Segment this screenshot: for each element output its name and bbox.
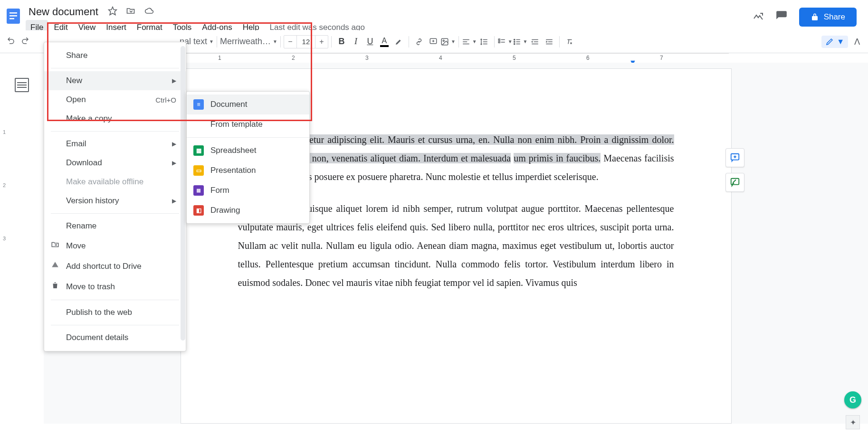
text-color-button[interactable]: A	[377, 35, 391, 49]
document-outline-button[interactable]	[15, 78, 29, 92]
new-submenu: ≡ Document From template ▦ Spreadsheet ▭…	[186, 91, 310, 224]
drawings-file-icon: ◧	[193, 205, 204, 216]
svg-rect-35	[731, 179, 739, 185]
activity-icon[interactable]	[753, 10, 764, 24]
file-move[interactable]: Move	[44, 236, 186, 256]
file-details[interactable]: Document details	[44, 328, 186, 347]
menu-scrollbar[interactable]	[181, 46, 185, 341]
app-header: New document File Edit View Insert Forma…	[0, 0, 868, 30]
document-title[interactable]: New document	[26, 5, 101, 19]
checklist-button[interactable]: ▼	[497, 35, 513, 49]
insert-image-button[interactable]: ▼	[440, 35, 456, 49]
new-document[interactable]: ≡ Document	[187, 95, 309, 114]
font-family-dropdown[interactable]: Merriweath…▼	[220, 35, 277, 49]
file-download[interactable]: Download▶	[44, 153, 186, 172]
docs-file-icon: ≡	[193, 99, 204, 110]
vertical-ruler: 1 2 3	[0, 63, 10, 424]
svg-marker-4	[108, 7, 116, 15]
redo-button[interactable]	[18, 35, 32, 49]
forms-file-icon: ≣	[193, 185, 204, 196]
file-make-copy[interactable]: Make a copy	[44, 109, 186, 128]
undo-button[interactable]	[4, 35, 18, 49]
svg-point-24	[514, 43, 515, 44]
svg-rect-3	[10, 18, 14, 19]
collapse-toolbar-button[interactable]: ᐱ	[850, 35, 864, 49]
grammarly-badge-icon[interactable]: G	[844, 391, 861, 408]
font-size-value[interactable]: 12	[296, 36, 315, 48]
editing-mode-button[interactable]: ▼	[821, 36, 848, 48]
file-new[interactable]: New▶	[44, 71, 186, 90]
font-size-increase[interactable]: +	[315, 36, 328, 48]
bold-button[interactable]: B	[334, 35, 349, 49]
file-publish[interactable]: Publish to the web	[44, 303, 186, 322]
slides-file-icon: ▭	[193, 165, 204, 176]
trash-icon	[51, 281, 60, 292]
add-comment-button[interactable]	[426, 35, 440, 49]
file-add-shortcut[interactable]: Add shortcut to Drive	[44, 256, 186, 276]
insert-link-button[interactable]	[412, 35, 426, 49]
share-label: Share	[824, 12, 845, 22]
svg-rect-16	[498, 39, 500, 40]
file-trash[interactable]: Move to trash	[44, 276, 186, 297]
file-email[interactable]: Email▶	[44, 134, 186, 153]
file-version-history[interactable]: Version history▶	[44, 191, 186, 210]
increase-indent-button[interactable]	[542, 35, 556, 49]
drive-shortcut-icon	[51, 261, 60, 272]
comments-icon[interactable]	[775, 10, 788, 24]
file-share[interactable]: Share	[44, 46, 186, 65]
folder-move-icon	[51, 240, 60, 251]
file-menu-dropdown: Share New▶ OpenCtrl+O Make a copy Email▶…	[44, 42, 186, 351]
svg-rect-18	[498, 41, 500, 43]
font-size-control: − 12 +	[284, 35, 328, 48]
docs-logo-icon[interactable]	[4, 7, 23, 26]
move-folder-icon[interactable]	[126, 6, 135, 18]
file-offline: Make available offline	[44, 172, 186, 191]
file-rename[interactable]: Rename	[44, 217, 186, 236]
highlight-button[interactable]	[391, 35, 406, 49]
svg-rect-1	[10, 12, 17, 14]
new-from-template[interactable]: From template	[187, 114, 309, 134]
line-spacing-button[interactable]	[477, 35, 491, 49]
italic-button[interactable]: I	[349, 35, 363, 49]
svg-point-9	[443, 40, 444, 41]
svg-point-20	[514, 39, 515, 40]
new-drawing[interactable]: ◧ Drawing	[187, 200, 309, 220]
add-comment-side-button[interactable]	[725, 148, 744, 167]
new-presentation[interactable]: ▭ Presentation	[187, 161, 309, 180]
star-icon[interactable]	[108, 6, 117, 18]
cloud-status-icon[interactable]	[144, 6, 154, 18]
pen-icon	[825, 38, 834, 46]
svg-point-22	[514, 41, 515, 42]
underline-button[interactable]: U	[363, 35, 377, 49]
sheets-file-icon: ▦	[193, 145, 204, 156]
suggest-edits-side-button[interactable]	[725, 173, 744, 192]
share-button[interactable]: Share	[799, 8, 857, 27]
new-form[interactable]: ≣ Form	[187, 180, 309, 200]
align-button[interactable]: ▼	[462, 35, 477, 49]
file-open[interactable]: OpenCtrl+O	[44, 90, 186, 109]
explore-button[interactable]: ✦	[846, 415, 860, 429]
bulleted-list-button[interactable]: ▼	[513, 35, 528, 49]
decrease-indent-button[interactable]	[528, 35, 542, 49]
lock-icon	[811, 13, 819, 21]
submenu-arrow-icon: ▶	[172, 77, 176, 84]
font-size-decrease[interactable]: −	[284, 36, 296, 48]
clear-formatting-button[interactable]	[563, 35, 577, 49]
new-spreadsheet[interactable]: ▦ Spreadsheet	[187, 141, 309, 161]
svg-rect-2	[10, 15, 17, 17]
